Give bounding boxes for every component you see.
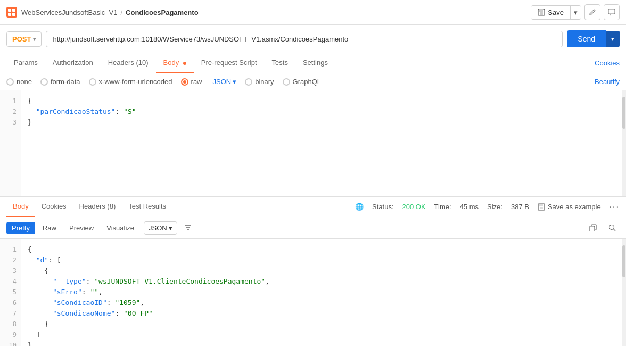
radio-none[interactable]: none	[6, 78, 32, 86]
copy-button[interactable]	[586, 220, 600, 235]
url-input[interactable]	[46, 31, 563, 47]
tab-settings[interactable]: Settings	[295, 53, 335, 73]
resp-line-num-2: 2	[0, 255, 21, 266]
request-line-numbers: 1 2 3	[0, 90, 21, 196]
send-button[interactable]: Send	[567, 30, 606, 47]
time-label: Time:	[434, 203, 451, 211]
edit-icon	[589, 9, 596, 16]
request-scrollbar[interactable]	[622, 90, 626, 196]
json-dropdown-chevron: ▾	[233, 78, 236, 86]
save-example-icon	[538, 203, 545, 211]
code-line-2: "parCondicaoStatus": "S"	[28, 106, 615, 117]
request-code-content[interactable]: { "parCondicaoStatus": "S" }	[21, 90, 622, 196]
radio-urlencoded[interactable]: x-www-form-urlencoded	[89, 78, 172, 86]
request-code-editor: 1 2 3 { "parCondicaoStatus": "S" }	[0, 90, 626, 197]
radio-graphql[interactable]: GraphQL	[283, 78, 321, 86]
tab-tests[interactable]: Tests	[265, 53, 295, 73]
fmt-raw-button[interactable]: Raw	[37, 222, 62, 234]
fmt-visualize-button[interactable]: Visualize	[101, 222, 139, 234]
tab-pre-request-script[interactable]: Pre-request Script	[194, 53, 265, 73]
json-label: JSON	[213, 78, 232, 86]
save-label: Save	[548, 9, 564, 16]
response-code-area: 1 2 3 4 5 6 7 8 9 10 { "d": [ { "__type"…	[0, 239, 626, 346]
copy-icon	[589, 224, 597, 231]
resp-code-line-4: "__type": "wsJUNDSOFT_V1.ClienteCondicoe…	[28, 276, 615, 287]
tab-body[interactable]: Body	[156, 53, 194, 73]
size-label: Size:	[487, 203, 503, 211]
resp-line-num-9: 9	[0, 329, 21, 340]
save-button[interactable]: Save	[531, 6, 570, 19]
save-example-button[interactable]: Save as example	[538, 203, 601, 211]
method-select[interactable]: POST ▾	[6, 31, 42, 47]
resp-code-line-2: "d": [	[28, 255, 615, 266]
svg-rect-2	[8, 13, 11, 16]
workspace-name[interactable]: WebServicesJundsoftBasic_V1	[21, 9, 117, 16]
resp-line-num-8: 8	[0, 319, 21, 329]
search-icon	[608, 224, 616, 231]
radio-raw[interactable]: raw	[181, 78, 202, 86]
resp-tab-test-results[interactable]: Test Results	[122, 197, 172, 217]
json-dropdown[interactable]: JSON ▾	[213, 78, 237, 86]
cookies-link[interactable]: Cookies	[595, 59, 620, 67]
edit-icon-button[interactable]	[584, 4, 600, 20]
send-button-group: Send ▾	[567, 30, 620, 47]
comment-icon	[608, 9, 615, 16]
resp-code-line-6: "sCondicaoID": "1059",	[28, 297, 615, 308]
app-logo	[6, 7, 17, 18]
radio-binary-circle	[245, 78, 252, 86]
svg-rect-9	[539, 204, 543, 206]
svg-rect-7	[608, 9, 615, 14]
body-dot	[183, 62, 186, 65]
tab-authorization[interactable]: Authorization	[45, 53, 101, 73]
resp-code-line-3: {	[28, 266, 615, 276]
val-S: "S"	[123, 106, 136, 117]
svg-rect-15	[590, 226, 595, 231]
svg-rect-6	[540, 12, 543, 15]
method-label: POST	[12, 35, 31, 43]
radio-form-data[interactable]: form-data	[40, 78, 80, 86]
comment-icon-button[interactable]	[604, 4, 620, 20]
resp-scrollbar-thumb	[622, 245, 625, 277]
resp-format-row: Pretty Raw Preview Visualize JSON ▾	[0, 217, 626, 239]
resp-line-num-4: 4	[0, 276, 21, 287]
save-chevron-button[interactable]: ▾	[570, 6, 581, 19]
radio-graphql-label: GraphQL	[293, 78, 321, 86]
resp-code-line-10: }	[28, 340, 615, 346]
resp-code-line-5: "sErro": "",	[28, 287, 615, 297]
radio-none-label: none	[17, 78, 32, 86]
resp-line-num-3: 3	[0, 266, 21, 276]
code-line-3: }	[28, 117, 615, 128]
resp-tab-body[interactable]: Body	[6, 197, 35, 217]
tab-headers[interactable]: Headers (10)	[101, 53, 156, 73]
radio-graphql-circle	[283, 78, 290, 86]
fmt-pretty-button[interactable]: Pretty	[6, 222, 35, 234]
radio-binary[interactable]: binary	[245, 78, 274, 86]
save-button-group[interactable]: Save ▾	[531, 5, 581, 20]
filter-button[interactable]	[182, 221, 194, 235]
brace-close: }	[28, 117, 32, 128]
current-page: CondicoesPagamento	[126, 9, 199, 16]
fmt-preview-button[interactable]: Preview	[64, 222, 99, 234]
resp-json-dropdown[interactable]: JSON ▾	[144, 221, 177, 235]
tab-params[interactable]: Params	[6, 53, 45, 73]
svg-rect-0	[8, 9, 11, 12]
resp-code-line-1: {	[28, 244, 615, 255]
method-chevron: ▾	[33, 36, 36, 42]
key-parCondicaoStatus: "parCondicaoStatus"	[28, 106, 115, 117]
search-button[interactable]	[605, 220, 620, 235]
radio-form-data-circle	[40, 78, 48, 86]
code-line-1: {	[28, 96, 615, 106]
send-chevron-button[interactable]: ▾	[606, 31, 620, 47]
resp-scrollbar[interactable]	[622, 239, 626, 346]
resp-line-num-7: 7	[0, 308, 21, 319]
resp-json-label: JSON	[149, 224, 167, 232]
resp-json-chevron: ▾	[169, 224, 172, 232]
beautify-button[interactable]: Beautify	[595, 78, 620, 86]
resp-line-num-10: 10	[0, 340, 21, 346]
resp-code-content[interactable]: { "d": [ { "__type": "wsJUNDSOFT_V1.Clie…	[21, 239, 622, 346]
radio-none-circle	[6, 78, 14, 86]
more-options-button[interactable]: ···	[609, 202, 620, 212]
response-tabs: Body Cookies Headers (8) Test Results 🌐 …	[0, 197, 626, 217]
resp-tab-headers[interactable]: Headers (8)	[73, 197, 122, 217]
resp-tab-cookies[interactable]: Cookies	[35, 197, 73, 217]
